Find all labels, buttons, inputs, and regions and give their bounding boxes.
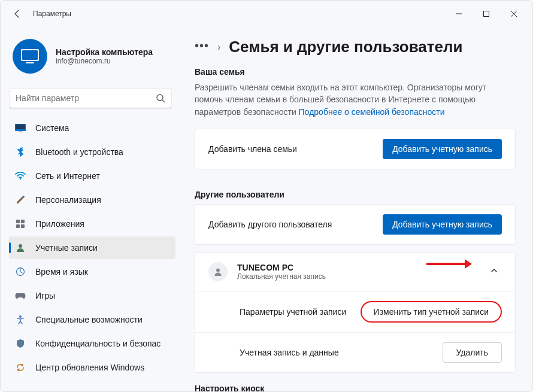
- nav-label: Bluetooth и устройства: [35, 147, 123, 157]
- accessibility-icon: [15, 314, 26, 325]
- add-other-user-card: Добавить другого пользователя Добавить у…: [195, 204, 516, 245]
- maximize-button[interactable]: [473, 4, 500, 23]
- account-params-label: Параметры учетной записи: [208, 307, 346, 317]
- user-type: Локальная учетная запись: [237, 272, 326, 281]
- svg-point-8: [157, 95, 163, 101]
- nav-accessibility[interactable]: Специальные возможности: [9, 308, 175, 331]
- window-title: Параметры: [33, 10, 71, 18]
- svg-point-21: [19, 315, 22, 318]
- profile-email: info@tunecom.ru: [56, 57, 153, 65]
- content-area: ••• › Семья и другие пользователи Ваша с…: [180, 27, 532, 391]
- wifi-icon: [15, 171, 26, 181]
- add-family-button[interactable]: Добавить учетную запись: [383, 139, 502, 159]
- chevron-right-icon: ›: [217, 42, 220, 53]
- nav-label: Персонализация: [35, 195, 101, 205]
- minimize-button[interactable]: [445, 4, 473, 23]
- svg-rect-1: [484, 11, 489, 17]
- nav-gaming[interactable]: Игры: [9, 284, 175, 307]
- annotation-arrow: [426, 263, 466, 265]
- svg-point-22: [216, 268, 220, 272]
- clock-globe-icon: [15, 266, 26, 277]
- nav-privacy[interactable]: Конфиденциальность и безопас: [9, 332, 175, 355]
- account-data-label: Учетная запись и данные: [208, 348, 339, 357]
- nav-label: Центр обновления Windows: [35, 363, 144, 372]
- chevron-up-icon[interactable]: [486, 263, 502, 280]
- account-params-row: Параметры учетной записи Изменить тип уч…: [195, 291, 515, 333]
- nav-label: Конфиденциальность и безопас: [35, 339, 160, 348]
- svg-rect-11: [16, 124, 25, 129]
- person-avatar-icon: [208, 262, 228, 281]
- nav-bluetooth[interactable]: Bluetooth и устройства: [9, 141, 175, 163]
- change-account-type-button[interactable]: Изменить тип учетной записи: [361, 301, 502, 323]
- nav-network[interactable]: Сеть и Интернет: [9, 165, 175, 187]
- nav-windows-update[interactable]: Центр обновления Windows: [9, 356, 175, 379]
- nav-label: Время и язык: [35, 267, 88, 276]
- page-title: Семья и другие пользователи: [229, 38, 462, 56]
- search-icon: [156, 93, 165, 103]
- account-data-row: Учетная запись и данные Удалить: [195, 333, 515, 372]
- add-other-user-button[interactable]: Добавить учетную запись: [383, 214, 502, 235]
- svg-rect-18: [21, 224, 25, 228]
- nav-accounts[interactable]: Учетные записи: [9, 236, 175, 259]
- nav-time-language[interactable]: Время и язык: [9, 260, 175, 283]
- kiosk-section-title: Настроить киоск: [195, 384, 516, 391]
- nav-list: Система Bluetooth и устройства Сеть и Ин…: [9, 117, 175, 379]
- svg-rect-15: [16, 220, 20, 223]
- nav-label: Сеть и Интернет: [35, 171, 100, 181]
- user-account-card: TUNECOM PC Локальная учетная запись Пара…: [195, 252, 516, 373]
- profile-name: Настройка компьютера: [56, 47, 153, 57]
- others-section-title: Другие пользователи: [195, 190, 516, 199]
- nav-label: Специальные возможности: [35, 315, 143, 324]
- person-icon: [15, 242, 26, 253]
- svg-rect-6: [22, 50, 38, 60]
- bluetooth-icon: [15, 147, 26, 157]
- svg-rect-7: [26, 62, 34, 63]
- delete-account-button[interactable]: Удалить: [443, 342, 502, 363]
- nav-label: Игры: [35, 291, 55, 300]
- nav-label: Система: [35, 123, 69, 133]
- update-icon: [15, 362, 26, 373]
- nav-label: Приложения: [35, 219, 84, 229]
- user-name: TUNECOM PC: [237, 263, 326, 272]
- back-button[interactable]: [5, 2, 29, 26]
- search-input[interactable]: [16, 93, 156, 103]
- profile-block[interactable]: Настройка компьютера info@tunecom.ru: [9, 32, 175, 86]
- breadcrumb: ••• › Семья и другие пользователи: [195, 38, 516, 56]
- apps-icon: [15, 218, 26, 229]
- user-header-row[interactable]: TUNECOM PC Локальная учетная запись: [195, 253, 515, 291]
- svg-rect-16: [21, 220, 25, 223]
- sidebar: Настройка компьютера info@tunecom.ru Сис…: [1, 27, 180, 391]
- family-safety-link[interactable]: Подробнее о семейной безопасности: [299, 107, 445, 117]
- breadcrumb-more-icon[interactable]: •••: [195, 39, 209, 55]
- close-button[interactable]: [500, 4, 528, 23]
- display-icon: [15, 123, 26, 133]
- nav-apps[interactable]: Приложения: [9, 212, 175, 235]
- brush-icon: [15, 195, 26, 205]
- avatar: [13, 39, 47, 74]
- svg-rect-12: [19, 132, 22, 133]
- svg-line-9: [162, 100, 165, 102]
- svg-rect-17: [16, 224, 20, 228]
- add-other-user-label: Добавить другого пользователя: [208, 220, 332, 229]
- add-family-label: Добавить члена семьи: [208, 144, 297, 154]
- svg-point-13: [20, 178, 22, 180]
- shield-icon: [15, 338, 26, 349]
- gamepad-icon: [15, 290, 26, 301]
- add-family-card: Добавить члена семьи Добавить учетную за…: [195, 129, 516, 169]
- family-section-title: Ваша семья: [195, 67, 516, 77]
- search-box[interactable]: [9, 88, 172, 108]
- family-section-desc: Разрешить членам семьи входить на этот к…: [195, 81, 516, 118]
- nav-label: Учетные записи: [35, 243, 98, 253]
- nav-system[interactable]: Система: [9, 117, 175, 139]
- title-bar: Параметры: [1, 1, 532, 27]
- svg-point-19: [19, 244, 22, 248]
- nav-personalization[interactable]: Персонализация: [9, 189, 175, 211]
